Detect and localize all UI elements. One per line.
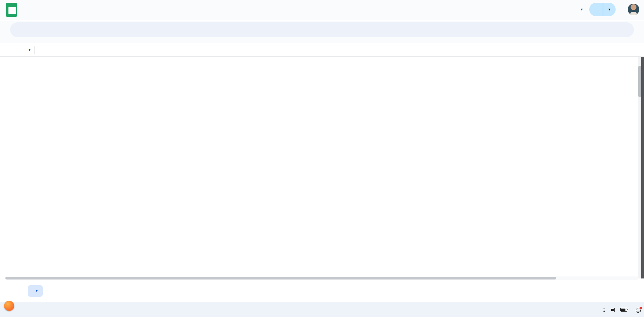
volume-icon[interactable] bbox=[611, 308, 616, 312]
sheet-bar: ▼ bbox=[0, 283, 644, 299]
sheet-tab-sheet1[interactable]: ▼ bbox=[28, 285, 43, 297]
spreadsheet-grid[interactable] bbox=[0, 57, 644, 273]
notification-count-badge[interactable] bbox=[4, 301, 14, 311]
name-box[interactable]: ▼ bbox=[0, 48, 31, 52]
formula-bar: ▼ bbox=[0, 43, 644, 57]
windows-taskbar bbox=[0, 302, 644, 317]
toolbar bbox=[10, 22, 634, 37]
meet-icon[interactable]: ▼ bbox=[579, 8, 583, 11]
toolbar-wrap bbox=[0, 21, 644, 43]
avatar[interactable] bbox=[628, 4, 639, 15]
share-dropdown[interactable]: ▼ bbox=[603, 8, 616, 11]
application-header: ▼ ▼ bbox=[0, 0, 644, 20]
window-edge bbox=[641, 57, 644, 278]
sheets-logo-icon bbox=[6, 3, 17, 17]
notification-bell-icon[interactable] bbox=[636, 308, 641, 312]
vertical-scrollbar-thumb[interactable] bbox=[638, 66, 641, 97]
battery-icon[interactable] bbox=[620, 308, 627, 312]
show-desktop-button[interactable] bbox=[643, 304, 643, 314]
share-button[interactable]: ▼ bbox=[589, 3, 616, 16]
wifi-icon[interactable] bbox=[601, 308, 607, 312]
horizontal-scrollbar-thumb[interactable] bbox=[5, 277, 556, 279]
